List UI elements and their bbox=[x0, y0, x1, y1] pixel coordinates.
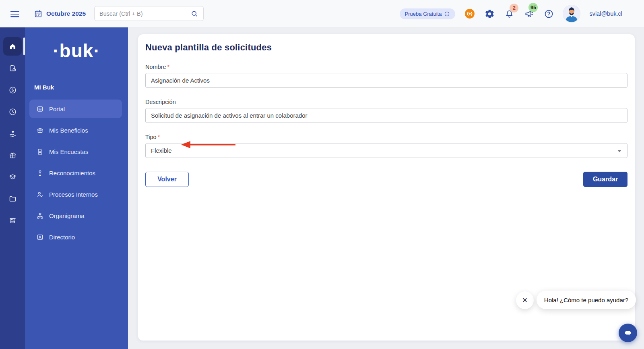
period-selector[interactable]: Octubre 2025 bbox=[34, 0, 86, 27]
internal-processes-person-check-icon bbox=[36, 191, 44, 198]
search-icon[interactable] bbox=[190, 10, 198, 18]
sidebar-item-label: Directorio bbox=[49, 234, 75, 241]
rail-item-wellness[interactable] bbox=[3, 124, 22, 143]
rail-item-time[interactable] bbox=[3, 102, 22, 121]
sidebar-item-label: Mis Encuestas bbox=[49, 148, 89, 155]
rail-item-benefits[interactable] bbox=[3, 146, 22, 164]
training-graduation-icon bbox=[8, 173, 17, 181]
org-chart-icon bbox=[36, 212, 44, 220]
description-input[interactable] bbox=[145, 108, 627, 123]
back-button[interactable]: Volver bbox=[145, 172, 189, 187]
rail-item-training[interactable] bbox=[3, 168, 22, 186]
sidebar-panel: ·buk· Mi Buk Portal Mis Beneficios bbox=[25, 27, 128, 349]
announcements-megaphone-icon[interactable]: 95 bbox=[524, 8, 534, 19]
trial-badge[interactable]: Prueba Gratuita bbox=[400, 8, 456, 19]
description-field-label: Descripción bbox=[145, 99, 627, 105]
chat-tooltip-text: Hola! ¿Cómo te puedo ayudar? bbox=[544, 297, 628, 303]
benefits-gift-icon bbox=[36, 127, 44, 134]
sidebar-item-label: Reconocimientos bbox=[49, 170, 95, 177]
sidebar-item-reconocimientos[interactable]: Reconocimientos bbox=[29, 164, 122, 182]
user-avatar[interactable] bbox=[563, 5, 580, 22]
form-actions: Volver Guardar bbox=[145, 172, 627, 187]
portal-icon bbox=[36, 105, 44, 113]
payroll-money-icon: $ bbox=[8, 86, 17, 94]
topbar-actions: Prueba Gratuita 2 bbox=[400, 0, 622, 27]
notifications-bell-icon[interactable]: 2 bbox=[504, 8, 514, 19]
name-input[interactable] bbox=[145, 73, 627, 88]
chevron-down-icon bbox=[617, 150, 621, 152]
announcements-count-badge: 95 bbox=[528, 3, 538, 12]
help-icon[interactable] bbox=[543, 8, 554, 19]
type-field-label: Tipo* bbox=[145, 134, 627, 140]
name-field-label: Nombre* bbox=[145, 64, 627, 70]
rail-item-documents[interactable] bbox=[3, 189, 22, 208]
recognition-medal-icon bbox=[36, 169, 44, 177]
apps-broadcast-icon[interactable] bbox=[464, 8, 475, 19]
sidebar-item-organigrama[interactable]: Organigrama bbox=[29, 206, 122, 225]
documents-folder-icon bbox=[8, 195, 17, 203]
required-marker: * bbox=[158, 134, 160, 140]
global-search[interactable] bbox=[94, 6, 204, 21]
time-clock-icon bbox=[8, 108, 17, 116]
sidebar-item-label: Mis Beneficios bbox=[49, 127, 88, 134]
calendar-icon bbox=[34, 9, 43, 18]
chat-tooltip[interactable]: Hola! ¿Cómo te puedo ayudar? bbox=[537, 291, 636, 309]
buk-logo: ·buk· bbox=[25, 39, 128, 63]
sidebar-item-portal[interactable]: Portal bbox=[29, 100, 122, 118]
notifications-count-badge: 2 bbox=[510, 4, 518, 12]
sidebar-item-label: Procesos Internos bbox=[49, 191, 98, 198]
directory-contact-card-icon bbox=[36, 233, 44, 241]
svg-text:$: $ bbox=[11, 88, 14, 92]
home-icon bbox=[8, 42, 17, 51]
settings-gear-icon[interactable] bbox=[484, 8, 495, 19]
sidebar-item-directorio[interactable]: Directorio bbox=[29, 228, 122, 246]
trial-badge-label: Prueba Gratuita bbox=[405, 11, 442, 17]
user-email[interactable]: svial@buk.cl bbox=[589, 10, 622, 17]
close-icon: × bbox=[522, 295, 528, 305]
clipboard-clock-icon bbox=[8, 64, 17, 73]
surveys-document-icon bbox=[36, 148, 44, 156]
sidebar-item-procesos-internos[interactable]: Procesos Internos bbox=[29, 185, 122, 204]
type-select-value: Flexible bbox=[151, 147, 172, 154]
rail-item-company[interactable] bbox=[3, 211, 22, 230]
period-label: Octubre 2025 bbox=[46, 10, 86, 17]
sidebar-item-label: Portal bbox=[49, 106, 65, 112]
save-button[interactable]: Guardar bbox=[583, 172, 627, 187]
company-storefront-icon bbox=[8, 216, 17, 225]
sidebar-section-title: Mi Buk bbox=[34, 84, 128, 91]
sidebar-menu: Portal Mis Beneficios Mis Encuestas bbox=[25, 100, 128, 246]
required-marker: * bbox=[167, 64, 170, 70]
rail-item-payroll[interactable]: $ bbox=[3, 81, 22, 99]
page-title: Nueva plantilla de solicitudes bbox=[145, 42, 627, 53]
sidebar-item-mis-encuestas[interactable]: Mis Encuestas bbox=[29, 142, 122, 161]
chat-bubble-icon bbox=[623, 328, 632, 337]
chat-tooltip-close-button[interactable]: × bbox=[516, 291, 534, 309]
benefits-gift-icon bbox=[8, 151, 17, 160]
sidebar-icon-rail: $ bbox=[0, 27, 25, 349]
wellness-hand-heart-icon bbox=[8, 129, 17, 138]
info-icon bbox=[444, 11, 450, 17]
type-select[interactable]: Flexible bbox=[145, 143, 627, 158]
sidebar-item-mis-beneficios[interactable]: Mis Beneficios bbox=[29, 121, 122, 139]
sidebar-item-label: Organigrama bbox=[49, 212, 85, 219]
rail-item-home[interactable] bbox=[3, 37, 22, 56]
menu-hamburger-icon[interactable] bbox=[10, 9, 19, 18]
chat-launcher-button[interactable] bbox=[619, 324, 637, 342]
topbar: Octubre 2025 Prueba Gratuita bbox=[0, 0, 644, 27]
rail-item-requests[interactable] bbox=[3, 59, 22, 77]
search-input[interactable] bbox=[99, 10, 190, 17]
